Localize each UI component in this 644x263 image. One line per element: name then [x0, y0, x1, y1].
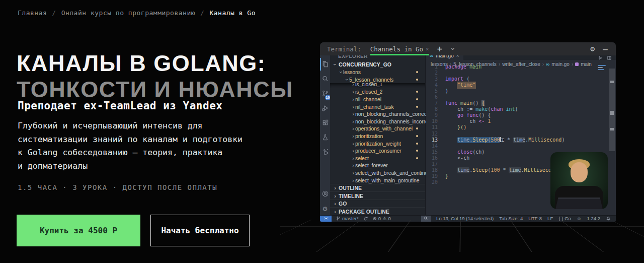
tree-item-label: prioritization — [355, 133, 383, 139]
chevron-icon: › — [351, 104, 355, 110]
sidebar-panels: ›OUTLINE›TIMELINE›GO›PACKAGE OUTLINE — [330, 184, 425, 215]
panel-go[interactable]: ›GO — [330, 200, 425, 208]
remote-indicator-icon[interactable]: >< — [320, 216, 332, 222]
line-number: 18 — [426, 167, 438, 173]
editor-tab-close-icon[interactable]: × — [456, 55, 459, 58]
code-line-10[interactable]: 10 ch <- 1 — [426, 118, 609, 124]
code-line-13[interactable]: 13 time.Sleep(500⌶ * time.Millisecond) — [426, 137, 609, 143]
eol-item[interactable]: LF — [547, 216, 553, 221]
tree-item-is_closed_1[interactable]: ›is_closed_1 — [330, 83, 425, 88]
split-editor-icon[interactable] — [607, 55, 612, 60]
cta-row: Купить за 4500 Р Начать бесплатно — [17, 215, 250, 246]
feedback-smiley-icon[interactable]: ☺ — [577, 216, 582, 221]
sidebar-root-folder[interactable]: › CONCURRENCY_GO — [330, 60, 425, 69]
player-tab-channels-in-go[interactable]: Channels in Go × — [370, 42, 429, 55]
panel-package-outline[interactable]: ›PACKAGE OUTLINE — [330, 207, 425, 215]
start-free-button[interactable]: Начать бесплатно — [150, 215, 250, 246]
test-explorer-icon[interactable] — [320, 145, 330, 159]
tree-item-label: 5_lesson_channels — [349, 77, 393, 83]
breadcrumb-item[interactable]: Главная — [18, 9, 47, 17]
panel-label: GO — [339, 201, 347, 207]
extensions-icon[interactable] — [320, 115, 330, 130]
line-number: 13 — [426, 137, 438, 143]
line-number: 16 — [426, 155, 438, 161]
tree-item-operations_with_channel[interactable]: ›operations_with_channel — [330, 125, 425, 133]
code-token: make — [475, 106, 488, 112]
code-line-4[interactable]: 4 "time" — [426, 82, 609, 88]
editor-tab-main-go[interactable]: ∞ main.go × — [426, 55, 463, 60]
code-line-12[interactable]: 12 — [426, 131, 609, 137]
tree-item-lessons[interactable]: ›lessons — [330, 69, 425, 76]
modified-dot-icon — [416, 106, 418, 108]
go-version-item[interactable]: 1.24.2 — [587, 216, 600, 221]
encoding-item[interactable]: UTF-8 — [528, 216, 542, 221]
run-file-icon[interactable] — [598, 55, 603, 60]
code-line-6[interactable]: 6 — [426, 94, 609, 100]
tree-item-non_blocking_channels_incorrect[interactable]: ›non_blocking_channels_incorrect — [330, 118, 425, 125]
add-tab-icon[interactable]: + — [437, 45, 442, 53]
search-icon[interactable] — [320, 72, 330, 86]
code-editor[interactable]: ∞ main.go × lessons›5_lesson_channels›wr… — [426, 55, 616, 216]
chevron-icon: › — [351, 177, 355, 183]
code-line-7[interactable]: 7func main() { — [426, 100, 609, 106]
breadcrumb-item[interactable]: Каналы в Go — [209, 9, 256, 17]
code-line-11[interactable]: 11 }() — [426, 124, 609, 130]
buy-button[interactable]: Купить за 4500 Р — [17, 215, 140, 246]
problems-item[interactable]: ⊗ 0 ⚠ 0 — [373, 216, 391, 221]
tree-item-label: nil_channel_task — [355, 104, 394, 110]
explorer-icon[interactable] — [320, 57, 330, 72]
panel-timeline[interactable]: ›TIMELINE — [330, 191, 425, 200]
tree-item-select_with_main_goroutine[interactable]: ›select_with_main_goroutine — [330, 176, 425, 184]
tree-item-select_forever[interactable]: ›select_forever — [330, 162, 425, 169]
line-number: 6 — [426, 94, 438, 100]
zoom-indicator[interactable] — [421, 216, 431, 222]
vscode-body: 10 — [320, 55, 616, 216]
tree-item-prioritization_weight[interactable]: ›prioritization_weight — [330, 140, 425, 147]
source-control-icon[interactable]: 10 — [320, 86, 330, 101]
code-line-14[interactable]: 14 — [426, 143, 609, 149]
tree-item-nil_channel_task[interactable]: ›nil_channel_task — [330, 103, 425, 110]
tree-item-nil_channel[interactable]: ›nil_channel — [330, 96, 425, 103]
clipped-explorer-header: EXPLORER — [330, 55, 425, 60]
code-line-3[interactable]: 3import ( — [426, 76, 609, 82]
code-line-2[interactable]: 2 — [426, 70, 609, 76]
warnings-icon: ⚠ — [382, 216, 387, 221]
sync-button[interactable] — [363, 216, 368, 221]
minimize-icon[interactable]: – — [603, 44, 608, 54]
page-title: КАНАЛЫ В GOLANG: ТОНКОСТИ И НЮАНСЫ — [17, 50, 293, 103]
panel-outline[interactable]: ›OUTLINE — [330, 184, 425, 192]
code-token: Millisecond — [528, 137, 561, 143]
tree-item-select[interactable]: ›select — [330, 155, 425, 162]
code-line-1[interactable]: 1package main — [426, 64, 609, 70]
tree-item-producer_consumer[interactable]: ›producer_consumer — [330, 147, 425, 155]
language-mode-item[interactable]: { } Go — [558, 216, 571, 221]
tree-item-is_closed_2[interactable]: ›is_closed_2 — [330, 88, 425, 96]
terminal-label: Terminal: — [327, 45, 361, 53]
gear-icon[interactable]: ⚙ — [590, 44, 595, 53]
page-title-line1: КАНАЛЫ В GOLANG: — [17, 50, 293, 77]
run-debug-icon[interactable] — [320, 101, 330, 115]
tab-close-icon[interactable]: × — [426, 46, 429, 52]
code-line-9[interactable]: 9 go func() { — [426, 112, 609, 118]
editor-scrollbar[interactable] — [609, 69, 615, 151]
tree-item-prioritization[interactable]: ›prioritization — [330, 133, 425, 140]
testing-icon[interactable] — [320, 130, 330, 145]
code-line-5[interactable]: 5) — [426, 88, 609, 94]
minimap — [598, 65, 608, 71]
tree-item-non_blocking_channels_correct[interactable]: ›non_blocking_channels_correct — [330, 110, 425, 118]
code-token: 500 — [491, 137, 500, 143]
code-token: "time" — [457, 82, 475, 88]
git-branch-item[interactable]: master* — [336, 216, 359, 221]
chevron-down-icon[interactable]: › — [448, 46, 457, 51]
tree-item-label: is_closed_1 — [355, 83, 382, 87]
settings-gear-icon[interactable]: ⚙ — [320, 201, 330, 216]
notifications-bell[interactable] — [606, 216, 611, 221]
instructor-laptop — [555, 198, 603, 209]
breadcrumb-item[interactable]: Онлайн курсы по программированию — [61, 9, 195, 17]
cursor-position-item[interactable]: Ln 13, Col 19 (14 selected) — [436, 216, 494, 221]
tree-item-5_lesson_channels[interactable]: ›5_lesson_channels — [330, 76, 425, 84]
tab-size-item[interactable]: Tab Size: 4 — [499, 216, 523, 221]
tree-item-select_with_break_and_continue[interactable]: ›select_with_break_and_continue — [330, 169, 425, 177]
account-icon[interactable] — [320, 186, 330, 201]
code-line-8[interactable]: 8 ch := make(chan int) — [426, 106, 609, 112]
